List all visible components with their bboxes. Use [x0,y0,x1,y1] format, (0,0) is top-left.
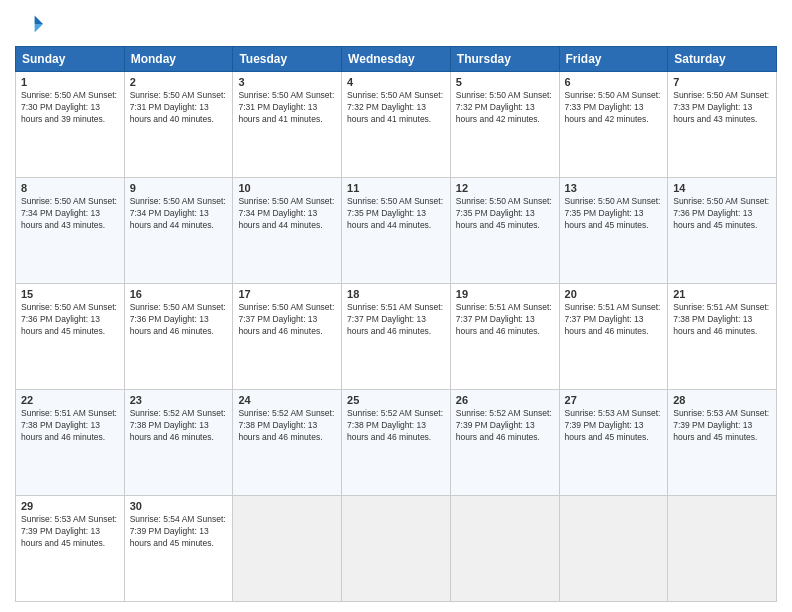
col-header-wednesday: Wednesday [342,47,451,72]
col-header-thursday: Thursday [450,47,559,72]
day-cell: 27Sunrise: 5:53 AM Sunset: 7:39 PM Dayli… [559,390,668,496]
day-number: 5 [456,76,554,88]
day-cell: 18Sunrise: 5:51 AM Sunset: 7:37 PM Dayli… [342,284,451,390]
day-cell: 16Sunrise: 5:50 AM Sunset: 7:36 PM Dayli… [124,284,233,390]
day-number: 25 [347,394,445,406]
day-number: 30 [130,500,228,512]
page: SundayMondayTuesdayWednesdayThursdayFrid… [0,0,792,612]
day-cell [559,496,668,602]
calendar-body: 1Sunrise: 5:50 AM Sunset: 7:30 PM Daylig… [16,72,777,602]
day-cell: 30Sunrise: 5:54 AM Sunset: 7:39 PM Dayli… [124,496,233,602]
day-info: Sunrise: 5:52 AM Sunset: 7:38 PM Dayligh… [238,408,336,444]
day-number: 2 [130,76,228,88]
day-cell: 1Sunrise: 5:50 AM Sunset: 7:30 PM Daylig… [16,72,125,178]
day-number: 14 [673,182,771,194]
day-cell: 24Sunrise: 5:52 AM Sunset: 7:38 PM Dayli… [233,390,342,496]
day-info: Sunrise: 5:50 AM Sunset: 7:35 PM Dayligh… [347,196,445,232]
day-number: 18 [347,288,445,300]
day-number: 29 [21,500,119,512]
day-cell: 8Sunrise: 5:50 AM Sunset: 7:34 PM Daylig… [16,178,125,284]
day-number: 4 [347,76,445,88]
day-number: 20 [565,288,663,300]
week-row-4: 22Sunrise: 5:51 AM Sunset: 7:38 PM Dayli… [16,390,777,496]
day-info: Sunrise: 5:51 AM Sunset: 7:37 PM Dayligh… [456,302,554,338]
col-header-tuesday: Tuesday [233,47,342,72]
day-info: Sunrise: 5:53 AM Sunset: 7:39 PM Dayligh… [21,514,119,550]
week-row-5: 29Sunrise: 5:53 AM Sunset: 7:39 PM Dayli… [16,496,777,602]
day-number: 19 [456,288,554,300]
day-number: 15 [21,288,119,300]
day-cell: 3Sunrise: 5:50 AM Sunset: 7:31 PM Daylig… [233,72,342,178]
day-info: Sunrise: 5:52 AM Sunset: 7:38 PM Dayligh… [130,408,228,444]
day-number: 28 [673,394,771,406]
day-cell: 25Sunrise: 5:52 AM Sunset: 7:38 PM Dayli… [342,390,451,496]
day-info: Sunrise: 5:50 AM Sunset: 7:34 PM Dayligh… [130,196,228,232]
day-number: 9 [130,182,228,194]
day-cell: 10Sunrise: 5:50 AM Sunset: 7:34 PM Dayli… [233,178,342,284]
day-cell [450,496,559,602]
day-cell: 5Sunrise: 5:50 AM Sunset: 7:32 PM Daylig… [450,72,559,178]
week-row-1: 1Sunrise: 5:50 AM Sunset: 7:30 PM Daylig… [16,72,777,178]
day-cell: 11Sunrise: 5:50 AM Sunset: 7:35 PM Dayli… [342,178,451,284]
day-cell: 17Sunrise: 5:50 AM Sunset: 7:37 PM Dayli… [233,284,342,390]
day-cell: 26Sunrise: 5:52 AM Sunset: 7:39 PM Dayli… [450,390,559,496]
day-number: 11 [347,182,445,194]
day-number: 27 [565,394,663,406]
day-info: Sunrise: 5:52 AM Sunset: 7:39 PM Dayligh… [456,408,554,444]
day-cell: 19Sunrise: 5:51 AM Sunset: 7:37 PM Dayli… [450,284,559,390]
header-row: SundayMondayTuesdayWednesdayThursdayFrid… [16,47,777,72]
day-number: 1 [21,76,119,88]
day-cell [668,496,777,602]
col-header-sunday: Sunday [16,47,125,72]
day-number: 16 [130,288,228,300]
day-cell: 6Sunrise: 5:50 AM Sunset: 7:33 PM Daylig… [559,72,668,178]
day-cell: 15Sunrise: 5:50 AM Sunset: 7:36 PM Dayli… [16,284,125,390]
day-info: Sunrise: 5:50 AM Sunset: 7:35 PM Dayligh… [456,196,554,232]
day-cell [342,496,451,602]
day-info: Sunrise: 5:50 AM Sunset: 7:37 PM Dayligh… [238,302,336,338]
day-cell: 22Sunrise: 5:51 AM Sunset: 7:38 PM Dayli… [16,390,125,496]
day-info: Sunrise: 5:51 AM Sunset: 7:38 PM Dayligh… [21,408,119,444]
day-cell: 14Sunrise: 5:50 AM Sunset: 7:36 PM Dayli… [668,178,777,284]
day-cell: 23Sunrise: 5:52 AM Sunset: 7:38 PM Dayli… [124,390,233,496]
week-row-2: 8Sunrise: 5:50 AM Sunset: 7:34 PM Daylig… [16,178,777,284]
week-row-3: 15Sunrise: 5:50 AM Sunset: 7:36 PM Dayli… [16,284,777,390]
day-cell: 20Sunrise: 5:51 AM Sunset: 7:37 PM Dayli… [559,284,668,390]
svg-marker-0 [35,16,43,24]
day-info: Sunrise: 5:51 AM Sunset: 7:37 PM Dayligh… [347,302,445,338]
day-number: 3 [238,76,336,88]
day-info: Sunrise: 5:54 AM Sunset: 7:39 PM Dayligh… [130,514,228,550]
day-number: 23 [130,394,228,406]
day-info: Sunrise: 5:50 AM Sunset: 7:31 PM Dayligh… [238,90,336,126]
day-number: 7 [673,76,771,88]
day-info: Sunrise: 5:50 AM Sunset: 7:36 PM Dayligh… [673,196,771,232]
day-info: Sunrise: 5:50 AM Sunset: 7:32 PM Dayligh… [456,90,554,126]
day-info: Sunrise: 5:50 AM Sunset: 7:33 PM Dayligh… [673,90,771,126]
day-info: Sunrise: 5:51 AM Sunset: 7:38 PM Dayligh… [673,302,771,338]
day-info: Sunrise: 5:50 AM Sunset: 7:36 PM Dayligh… [21,302,119,338]
svg-rect-2 [15,16,35,33]
day-number: 26 [456,394,554,406]
day-cell: 29Sunrise: 5:53 AM Sunset: 7:39 PM Dayli… [16,496,125,602]
col-header-monday: Monday [124,47,233,72]
day-number: 17 [238,288,336,300]
day-cell: 12Sunrise: 5:50 AM Sunset: 7:35 PM Dayli… [450,178,559,284]
day-info: Sunrise: 5:50 AM Sunset: 7:34 PM Dayligh… [21,196,119,232]
day-cell: 9Sunrise: 5:50 AM Sunset: 7:34 PM Daylig… [124,178,233,284]
day-info: Sunrise: 5:52 AM Sunset: 7:38 PM Dayligh… [347,408,445,444]
day-info: Sunrise: 5:51 AM Sunset: 7:37 PM Dayligh… [565,302,663,338]
logo-icon [15,10,43,38]
day-info: Sunrise: 5:50 AM Sunset: 7:36 PM Dayligh… [130,302,228,338]
day-cell: 4Sunrise: 5:50 AM Sunset: 7:32 PM Daylig… [342,72,451,178]
day-number: 6 [565,76,663,88]
svg-marker-1 [35,24,43,32]
day-number: 24 [238,394,336,406]
day-info: Sunrise: 5:50 AM Sunset: 7:30 PM Dayligh… [21,90,119,126]
day-info: Sunrise: 5:50 AM Sunset: 7:31 PM Dayligh… [130,90,228,126]
day-cell: 2Sunrise: 5:50 AM Sunset: 7:31 PM Daylig… [124,72,233,178]
calendar-table: SundayMondayTuesdayWednesdayThursdayFrid… [15,46,777,602]
day-number: 13 [565,182,663,194]
day-info: Sunrise: 5:50 AM Sunset: 7:33 PM Dayligh… [565,90,663,126]
day-number: 12 [456,182,554,194]
day-number: 22 [21,394,119,406]
